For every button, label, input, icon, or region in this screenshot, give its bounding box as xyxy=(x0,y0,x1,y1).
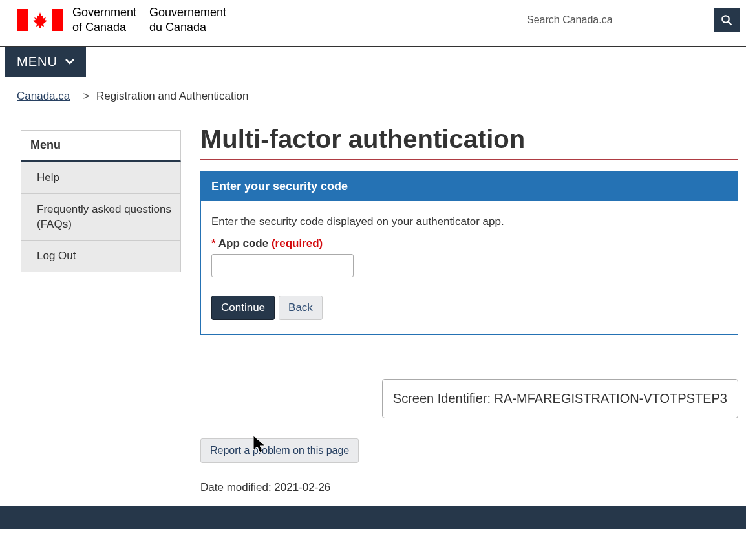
breadcrumb-separator: > xyxy=(77,90,89,102)
main: Multi-factor authentication Enter your s… xyxy=(200,120,738,494)
sidebar-menu-title: Menu xyxy=(21,130,181,162)
search-input[interactable] xyxy=(520,8,714,32)
continue-button[interactable]: Continue xyxy=(211,296,275,320)
report-problem-button[interactable]: Report a problem on this page xyxy=(200,438,359,463)
screen-id-label: Screen Identifier: xyxy=(393,391,491,405)
svg-point-0 xyxy=(722,16,729,23)
sidebar-item-logout[interactable]: Log Out xyxy=(21,241,180,272)
breadcrumb: Canada.ca > Registration and Authenticat… xyxy=(0,77,746,120)
app-code-label: * App code (required) xyxy=(211,237,727,250)
search-form xyxy=(520,8,740,32)
main-menu-bar: MENU xyxy=(0,47,746,77)
sidebar-item-help[interactable]: Help xyxy=(21,162,180,194)
instruction-text: Enter the security code displayed on you… xyxy=(211,215,727,228)
required-text: (required) xyxy=(272,237,323,250)
sidebar-link[interactable]: Frequently asked questions (FAQs) xyxy=(21,194,180,241)
sidebar-link[interactable]: Log Out xyxy=(21,241,180,272)
gov-fr-line2: du Canada xyxy=(149,20,226,35)
gov-en-line1: Government xyxy=(72,5,136,20)
menu-label: MENU xyxy=(17,54,58,69)
main-menu-button[interactable]: MENU xyxy=(5,47,86,77)
security-code-panel: Enter your security code Enter the secur… xyxy=(200,171,738,335)
app-code-input[interactable] xyxy=(211,254,354,277)
sidebar: Menu Help Frequently asked questions (FA… xyxy=(21,130,181,494)
gov-fr-line1: Gouvernement xyxy=(149,5,226,20)
breadcrumb-home[interactable]: Canada.ca xyxy=(17,90,70,102)
date-modified-value: 2021-02-26 xyxy=(274,481,330,493)
panel-body: Enter the security code displayed on you… xyxy=(201,201,738,334)
screen-id-value: RA-MFAREGISTRATION-VTOTPSTEP3 xyxy=(495,391,727,405)
site-header: Government of Canada Gouvernement du Can… xyxy=(0,0,746,47)
required-star: * xyxy=(211,237,216,250)
search-icon xyxy=(721,14,732,26)
field-label-text: App code xyxy=(218,237,268,250)
screen-identifier: Screen Identifier: RA-MFAREGISTRATION-VT… xyxy=(382,379,738,418)
breadcrumb-current: Registration and Authentication xyxy=(96,90,248,102)
svg-line-1 xyxy=(728,22,731,25)
government-wordmark: Government of Canada Gouvernement du Can… xyxy=(72,5,226,36)
footer xyxy=(0,506,746,529)
sidebar-link[interactable]: Help xyxy=(21,162,180,193)
date-modified: Date modified: 2021-02-26 xyxy=(200,481,738,494)
search-button[interactable] xyxy=(714,8,740,32)
button-row: Continue Back xyxy=(211,296,727,320)
chevron-down-icon xyxy=(65,58,74,65)
sidebar-menu-list: Help Frequently asked questions (FAQs) L… xyxy=(21,162,181,272)
brand: Government of Canada Gouvernement du Can… xyxy=(17,5,226,36)
panel-title: Enter your security code xyxy=(201,172,738,201)
date-modified-label: Date modified: xyxy=(200,481,272,493)
gov-en-line2: of Canada xyxy=(72,20,136,35)
content: Menu Help Frequently asked questions (FA… xyxy=(0,120,746,494)
sidebar-item-faqs[interactable]: Frequently asked questions (FAQs) xyxy=(21,194,180,241)
page-title: Multi-factor authentication xyxy=(200,125,738,160)
canada-flag-icon xyxy=(17,9,63,31)
back-button[interactable]: Back xyxy=(279,296,323,320)
